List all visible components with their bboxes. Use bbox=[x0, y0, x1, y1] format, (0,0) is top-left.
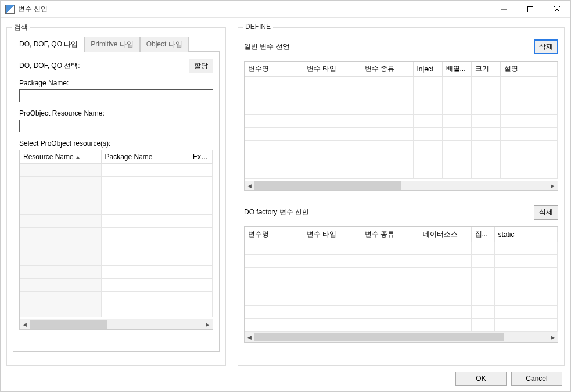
gcol-type[interactable]: 변수 타입 bbox=[303, 62, 361, 77]
search-tabs: DO, DOF, QO 타입 Primitive 타입 Object 타입 bbox=[13, 36, 220, 52]
gcol-array[interactable]: 배열... bbox=[442, 62, 471, 77]
resource-label: ProObject Resource Name: bbox=[19, 109, 213, 117]
tab-primitive[interactable]: Primitive 타입 bbox=[84, 37, 139, 52]
scroll-left-icon[interactable]: ◀ bbox=[245, 181, 254, 190]
search-groupbox: 검색 DO, DOF, QO 타입 Primitive 타입 Object 타입… bbox=[6, 27, 226, 366]
fcol-static[interactable]: static bbox=[494, 227, 558, 242]
scroll-right-icon[interactable]: ▶ bbox=[548, 332, 558, 342]
footer: OK Cancel bbox=[1, 366, 570, 391]
factory-var-table[interactable]: 변수명 변수 타입 변수 종류 데이터소스 접... static bbox=[244, 226, 558, 343]
resource-name-input[interactable] bbox=[19, 120, 213, 132]
delete-general-button[interactable]: 삭제 bbox=[534, 39, 558, 54]
factory-table-hscroll[interactable]: ◀ ▶ bbox=[245, 332, 558, 342]
tab-do-dof-qo[interactable]: DO, DOF, QO 타입 bbox=[13, 37, 84, 52]
tab-body: DO, DOF, QO 선택: 할당 Package Name: ProObje… bbox=[13, 51, 220, 352]
col-exter[interactable]: Exter bbox=[189, 150, 213, 164]
gcol-kind[interactable]: 변수 종류 bbox=[361, 62, 413, 77]
general-table-hscroll[interactable]: ◀ ▶ bbox=[245, 181, 558, 190]
fcol-name[interactable]: 변수명 bbox=[245, 227, 303, 242]
col-resource-name[interactable]: Resource Name bbox=[20, 150, 101, 164]
general-var-title: 일반 변수 선언 bbox=[244, 42, 290, 52]
general-var-table[interactable]: 변수명 변수 타입 변수 종류 Inject 배열... 크기 설명 bbox=[244, 61, 558, 191]
maximize-button[interactable] bbox=[517, 1, 544, 18]
close-button[interactable] bbox=[544, 1, 570, 18]
window-title: 변수 선언 bbox=[18, 4, 490, 14]
col-package-name[interactable]: Package Name bbox=[101, 150, 189, 164]
resource-table-hscroll[interactable]: ◀ ▶ bbox=[20, 319, 213, 329]
titlebar: 변수 선언 bbox=[1, 1, 570, 18]
fcol-kind[interactable]: 변수 종류 bbox=[361, 227, 419, 242]
fcol-type[interactable]: 변수 타입 bbox=[303, 227, 361, 242]
fcol-datasource[interactable]: 데이터소스 bbox=[419, 227, 471, 242]
search-group-title: 검색 bbox=[12, 23, 30, 33]
minimize-button[interactable] bbox=[490, 1, 517, 18]
scroll-left-icon[interactable]: ◀ bbox=[20, 319, 30, 329]
scroll-left-icon[interactable]: ◀ bbox=[245, 332, 254, 342]
package-label: Package Name: bbox=[19, 79, 213, 87]
gcol-size[interactable]: 크기 bbox=[471, 62, 500, 77]
gcol-desc[interactable]: 설명 bbox=[500, 62, 558, 77]
select-label: DO, DOF, QO 선택: bbox=[19, 61, 80, 71]
gcol-inject[interactable]: Inject bbox=[413, 62, 442, 77]
resource-table[interactable]: Resource Name Package Name Exter bbox=[19, 150, 213, 330]
scroll-right-icon[interactable]: ▶ bbox=[548, 181, 558, 190]
app-icon bbox=[5, 5, 15, 14]
gcol-name[interactable]: 변수명 bbox=[245, 62, 303, 77]
define-groupbox: DEFINE 일반 변수 선언 삭제 변수명 변수 타입 변수 종류 Injec… bbox=[238, 27, 565, 366]
assign-button[interactable]: 할당 bbox=[189, 59, 213, 73]
define-group-title: DEFINE bbox=[243, 23, 273, 31]
tab-object[interactable]: Object 타입 bbox=[140, 37, 189, 52]
svg-rect-1 bbox=[528, 6, 533, 12]
ok-button[interactable]: OK bbox=[455, 372, 507, 386]
resource-table-caption: Select ProObject resource(s): bbox=[19, 139, 213, 148]
package-name-input[interactable] bbox=[19, 89, 213, 102]
delete-factory-button[interactable]: 삭제 bbox=[534, 205, 558, 220]
fcol-access[interactable]: 접... bbox=[471, 227, 494, 242]
scroll-right-icon[interactable]: ▶ bbox=[203, 319, 213, 329]
cancel-button[interactable]: Cancel bbox=[511, 372, 562, 386]
factory-var-title: DO factory 변수 선언 bbox=[244, 207, 309, 217]
